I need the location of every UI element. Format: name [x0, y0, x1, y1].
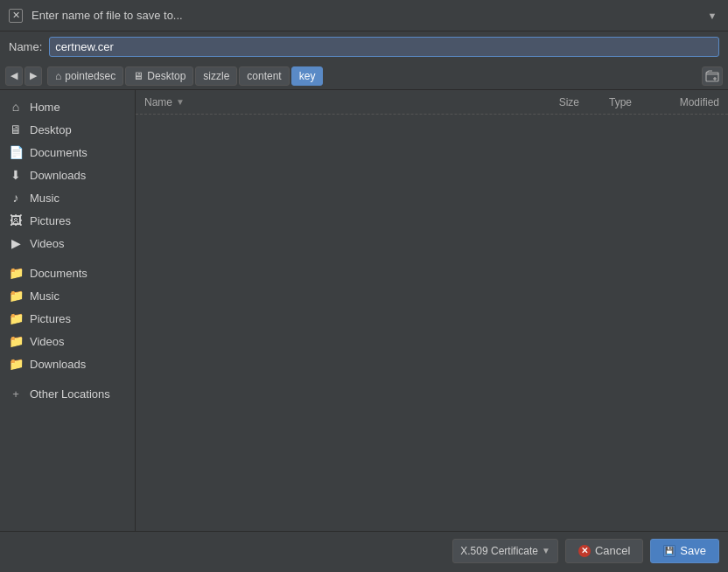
cancel-icon: ✕ — [578, 545, 591, 557]
sidebar-item-downloads[interactable]: ⬇Downloads — [0, 164, 135, 186]
sidebar-item-pictures2[interactable]: 📁Pictures — [0, 307, 135, 330]
sidebar-item-home[interactable]: ⌂Home — [0, 95, 135, 118]
sidebar-item-videos[interactable]: ▶Videos — [0, 232, 135, 255]
sidebar-item-label: Music — [30, 192, 60, 205]
title-dropdown-arrow[interactable]: ▼ — [705, 9, 719, 23]
sidebar-item-label: Downloads — [30, 169, 86, 182]
pictures-icon: 🖼 — [9, 213, 23, 227]
home-icon: ⌂ — [55, 70, 61, 82]
close-icon: ✕ — [12, 10, 20, 21]
sidebar-item-label: Pictures — [30, 214, 71, 227]
col-size-header: Size — [527, 96, 579, 108]
file-type-label: X.509 Certificate — [460, 545, 538, 557]
sidebar-item-label: Documents — [30, 146, 88, 159]
sidebar-item-label: Pictures — [30, 312, 71, 325]
sidebar-item-music2[interactable]: 📁Music — [0, 284, 135, 307]
folder-icon: 📁 — [9, 289, 23, 303]
breadcrumb-item-sizzle[interactable]: sizzle — [195, 66, 237, 86]
breadcrumb-label: Desktop — [147, 70, 186, 82]
cancel-button[interactable]: ✕ Cancel — [565, 539, 643, 563]
sidebar-item-label: Documents — [30, 267, 88, 280]
sidebar-item-label: Videos — [30, 335, 65, 348]
folder-icon: 📁 — [9, 357, 23, 371]
sidebar-item-documents2[interactable]: 📁Documents — [0, 262, 135, 284]
sidebar-item-documents[interactable]: 📄Documents — [0, 141, 135, 164]
sidebar-item-downloads2[interactable]: 📁Downloads — [0, 352, 135, 375]
sidebar-item-music[interactable]: ♪Music — [0, 186, 135, 209]
sidebar-item-other-locations[interactable]: + Other Locations — [0, 382, 135, 405]
back-button[interactable]: ◀ — [5, 66, 23, 86]
plus-icon: + — [9, 387, 23, 401]
downloads-icon: ⬇ — [9, 168, 23, 182]
breadcrumb-bar: ◀ ▶ ⌂pointedsec🖥Desktopsizzlecontentkey — [0, 62, 728, 90]
breadcrumb-label: key — [299, 70, 316, 82]
folder-icon: 📁 — [9, 311, 23, 325]
file-type-dropdown[interactable]: X.509 Certificate ▼ — [452, 539, 558, 563]
filename-input[interactable] — [49, 37, 719, 57]
forward-button[interactable]: ▶ — [24, 66, 42, 86]
file-list-body — [136, 115, 728, 531]
name-label: Name: — [9, 40, 42, 53]
music-icon: ♪ — [9, 191, 23, 205]
sidebar-item-desktop[interactable]: 🖥Desktop — [0, 118, 135, 141]
sidebar-item-label: Music — [30, 289, 60, 303]
file-list-header: Name ▼ Size Type Modified — [136, 90, 728, 115]
cancel-label: Cancel — [595, 544, 630, 557]
sidebar-item-pictures[interactable]: 🖼Pictures — [0, 209, 135, 232]
breadcrumb-label: pointedsec — [65, 70, 116, 82]
breadcrumb-item-pointedsec[interactable]: ⌂pointedsec — [47, 66, 123, 86]
home-icon: ⌂ — [9, 100, 23, 114]
sidebar-item-other-locations-label: Other Locations — [30, 387, 110, 401]
breadcrumb-item-key[interactable]: key — [291, 66, 324, 86]
breadcrumb-item-content[interactable]: content — [239, 66, 289, 86]
new-folder-button[interactable] — [702, 66, 723, 86]
docs-icon: 📄 — [9, 145, 23, 159]
save-button[interactable]: 💾 Save — [650, 539, 719, 563]
file-type-dropdown-arrow: ▼ — [542, 546, 550, 555]
col-type-header: Type — [579, 96, 632, 108]
breadcrumb-label: content — [247, 70, 281, 82]
sidebar-item-videos2[interactable]: 📁Videos — [0, 330, 135, 352]
desktop-icon: 🖥 — [9, 122, 23, 136]
save-icon: 💾 — [663, 545, 676, 557]
videos-icon: ▶ — [9, 236, 23, 250]
name-row: Name: — [0, 31, 728, 62]
sidebar-item-label: Home — [30, 101, 60, 114]
bottom-bar: X.509 Certificate ▼ ✕ Cancel 💾 Save — [0, 531, 728, 569]
folder-icon: 📁 — [9, 266, 23, 280]
col-name-header[interactable]: Name ▼ — [144, 96, 527, 108]
save-label: Save — [680, 544, 706, 557]
title-bar: ✕ Enter name of file to save to... ▼ — [0, 0, 728, 31]
sidebar-item-label: Videos — [30, 237, 65, 250]
file-area: Name ▼ Size Type Modified — [136, 90, 728, 531]
sort-arrow: ▼ — [176, 97, 185, 107]
sidebar-item-label: Desktop — [30, 123, 72, 136]
col-modified-header: Modified — [632, 96, 719, 108]
breadcrumb-label: sizzle — [203, 70, 229, 82]
breadcrumb-item-desktop[interactable]: 🖥Desktop — [125, 66, 193, 86]
folder-icon: 📁 — [9, 334, 23, 348]
desktop-icon: 🖥 — [133, 70, 144, 82]
dialog-title: Enter name of file to save to... — [32, 9, 696, 22]
close-button[interactable]: ✕ — [9, 9, 23, 23]
sidebar: ⌂Home🖥Desktop📄Documents⬇Downloads♪Music🖼… — [0, 90, 136, 531]
sidebar-item-label: Downloads — [30, 358, 86, 371]
